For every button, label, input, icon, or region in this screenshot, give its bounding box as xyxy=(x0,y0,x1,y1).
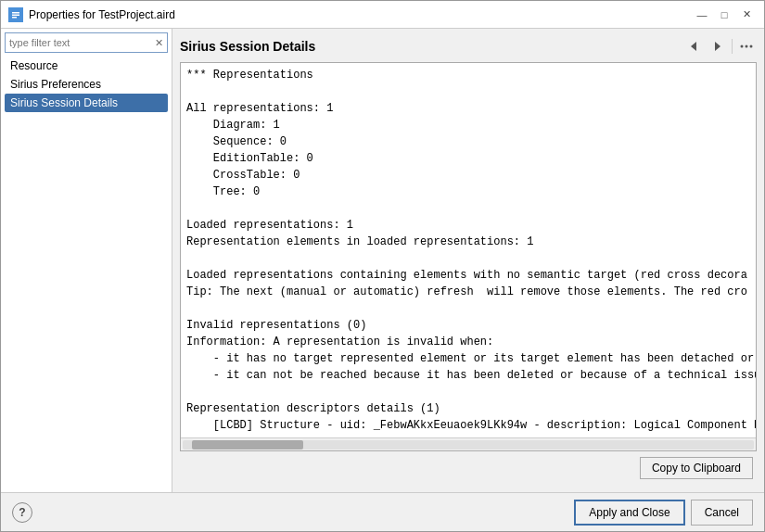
more-options-button[interactable] xyxy=(736,36,757,57)
svg-rect-1 xyxy=(12,12,19,14)
titlebar-controls: — □ ✕ xyxy=(692,5,757,25)
svg-point-8 xyxy=(750,45,753,48)
svg-point-7 xyxy=(746,45,748,48)
toolbar-separator xyxy=(732,39,733,54)
sidebar-item-resource[interactable]: Resource xyxy=(5,57,168,75)
copy-btn-area: Copy to Clipboard xyxy=(180,451,757,485)
content-area: ✕ Resource Sirius Preferences Sirius Ses… xyxy=(1,29,764,492)
svg-point-6 xyxy=(741,45,744,48)
close-button[interactable]: ✕ xyxy=(736,5,757,25)
svg-rect-2 xyxy=(12,14,19,16)
filter-input[interactable] xyxy=(6,35,150,50)
text-content-wrapper[interactable]: *** Representations All representations:… xyxy=(181,63,756,437)
apply-and-close-button[interactable]: Apply and Close xyxy=(574,500,684,526)
sidebar-item-sirius-session-details[interactable]: Sirius Session Details xyxy=(5,94,168,112)
panel-title: Sirius Session Details xyxy=(180,39,315,54)
back-button[interactable] xyxy=(683,36,704,57)
filter-input-wrapper[interactable]: ✕ xyxy=(5,32,168,53)
copy-to-clipboard-button[interactable]: Copy to Clipboard xyxy=(640,457,753,479)
sidebar-item-sirius-preferences[interactable]: Sirius Preferences xyxy=(5,75,168,94)
svg-rect-3 xyxy=(12,17,17,19)
maximize-button[interactable]: □ xyxy=(714,5,734,25)
session-details-text: *** Representations All representations:… xyxy=(181,63,756,437)
panel-toolbar xyxy=(683,36,757,57)
cancel-button[interactable]: Cancel xyxy=(691,500,753,526)
titlebar-left: Properties for TestProject.aird xyxy=(8,7,175,22)
scrollbar-track[interactable] xyxy=(183,440,754,450)
svg-marker-5 xyxy=(715,42,720,51)
sidebar: ✕ Resource Sirius Preferences Sirius Ses… xyxy=(1,29,172,492)
panel-header: Sirius Session Details xyxy=(180,36,757,57)
text-area-container: *** Representations All representations:… xyxy=(180,62,757,451)
scrollbar-thumb[interactable] xyxy=(192,440,303,450)
main-panel: Sirius Session Details xyxy=(172,29,764,492)
forward-button[interactable] xyxy=(708,36,728,57)
horizontal-scrollbar[interactable] xyxy=(181,437,756,450)
window-title: Properties for TestProject.aird xyxy=(29,8,175,21)
svg-marker-4 xyxy=(691,42,696,51)
bottom-actions: Apply and Close Cancel xyxy=(574,500,753,526)
properties-icon xyxy=(8,7,23,22)
bottom-bar: ? Apply and Close Cancel xyxy=(1,492,764,531)
filter-clear-button[interactable]: ✕ xyxy=(150,34,167,51)
minimize-button[interactable]: — xyxy=(692,5,712,25)
main-window: Properties for TestProject.aird — □ ✕ ✕ … xyxy=(0,0,765,532)
help-button[interactable]: ? xyxy=(12,502,32,523)
titlebar: Properties for TestProject.aird — □ ✕ xyxy=(1,1,764,29)
